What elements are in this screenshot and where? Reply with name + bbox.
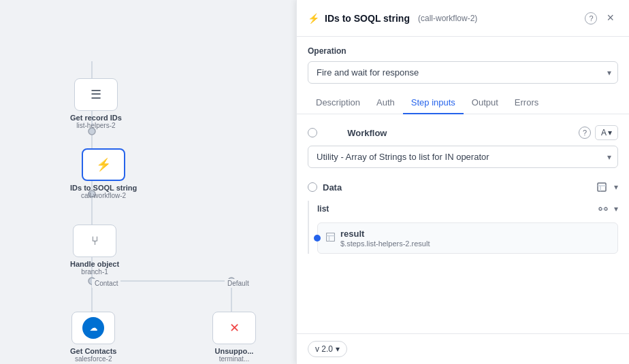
list-label-row: list ▾ <box>317 201 618 217</box>
operation-select-wrapper: Fire and wait for response Fire and forg… <box>308 61 618 84</box>
node-label-branch-1: Handle object <box>70 260 119 268</box>
salesforce-icon: ☁ <box>82 317 104 339</box>
node-box-call-workflow-2[interactable]: ⚡ <box>82 148 125 181</box>
result-path: $.steps.list-helpers-2.result <box>340 239 609 248</box>
node-sublabel-call-workflow-2: call-workflow-2 <box>81 192 126 199</box>
data-table-icon-btn[interactable] <box>594 179 610 195</box>
version-badge[interactable]: v 2.0 ▾ <box>308 341 347 357</box>
version-bar: v 2.0 ▾ <box>297 333 629 364</box>
node-box-list-helpers-2[interactable]: ☰ <box>74 78 118 111</box>
workflow-label: Workflow <box>347 128 387 138</box>
operation-select[interactable]: Fire and wait for response Fire and forg… <box>308 61 618 84</box>
bolt-title-icon: ⚡ <box>308 13 319 24</box>
tab-output[interactable]: Output <box>464 92 506 114</box>
data-section: Data ▾ list <box>308 179 618 254</box>
node-label-terminate: Unsuppo... <box>215 347 254 355</box>
connect-icon <box>598 204 608 214</box>
svg-point-17 <box>599 208 602 210</box>
workflow-dropdown: Utility - Array of Strings to list for I… <box>308 146 618 168</box>
node-label-call-workflow-2: IDs to SOQL string <box>70 184 137 192</box>
result-table-icon <box>326 233 335 244</box>
x-icon: ✕ <box>229 320 240 335</box>
node-sublabel-branch-1: branch-1 <box>81 268 108 276</box>
workflow-font-btn[interactable]: A ▾ <box>595 125 618 140</box>
branch-icon: ⑂ <box>91 234 99 248</box>
version-label: v 2.0 <box>315 344 333 354</box>
workflow-select-wrapper: Utility - Array of Strings to list for I… <box>308 146 618 168</box>
step-inputs-content: Data Workflow ? A ▾ Utility - Array of S… <box>297 114 629 333</box>
flow-canvas: ☰ Get record IDs list-helpers-2 ⚡ IDs to… <box>0 0 296 364</box>
panel-header: ⚡ IDs to SOQL string (call-workflow-2) ?… <box>297 0 629 37</box>
tabs-bar: Description Auth Step inputs Output Erro… <box>297 92 629 114</box>
node-sublabel-salesforce-2: salesforce-2 <box>75 355 112 363</box>
list-actions: ▾ <box>595 201 618 217</box>
help-icon[interactable]: ? <box>585 12 597 24</box>
list-connect-icon-btn[interactable] <box>595 201 611 217</box>
node-box-terminate[interactable]: ✕ <box>212 312 256 344</box>
data-radio[interactable] <box>308 182 317 192</box>
tab-auth[interactable]: Auth <box>368 92 403 114</box>
font-a-label: A <box>601 128 607 137</box>
node-salesforce-2[interactable]: ☁ Get Contacts salesforce-2 <box>70 312 116 363</box>
panel-title: IDs to SOQL string <box>325 13 410 24</box>
node-branch-1[interactable]: ⑂ Handle object branch-1 <box>70 225 119 276</box>
table-icon <box>597 182 607 192</box>
node-list-helpers-2[interactable]: ☰ Get record IDs list-helpers-2 <box>70 78 122 129</box>
svg-point-18 <box>604 208 607 210</box>
data-section-header: Data ▾ <box>308 179 618 195</box>
node-label-list-helpers-2: Get record IDs <box>70 114 122 122</box>
operation-label: Operation <box>308 46 618 56</box>
panel-subtitle: (call-workflow-2) <box>418 14 477 23</box>
operation-section: Operation Fire and wait for response Fir… <box>297 37 629 84</box>
close-button[interactable]: × <box>602 10 618 27</box>
result-item[interactable]: result $.steps.list-helpers-2.result <box>317 222 618 254</box>
svg-rect-20 <box>327 233 335 242</box>
workflow-select[interactable]: Utility - Array of Strings to list for I… <box>308 146 618 168</box>
list-dropdown-arrow-icon: ▾ <box>614 204 618 214</box>
data-dropdown-arrow-icon: ▾ <box>614 182 618 192</box>
list-icon: ☰ <box>91 87 101 102</box>
branch-label-contact: Contact <box>92 279 120 288</box>
list-label: list <box>317 204 329 214</box>
svg-rect-14 <box>598 183 606 191</box>
workflow-dropdown-arrow-icon: ▾ <box>608 128 612 137</box>
branch-label-default: Default <box>225 279 252 288</box>
node-box-salesforce-2[interactable]: ☁ <box>71 312 115 344</box>
node-call-workflow-2[interactable]: ⚡ IDs to SOQL string call-workflow-2 <box>70 148 137 199</box>
data-section-left: Data <box>308 182 342 193</box>
tab-description[interactable]: Description <box>308 92 368 114</box>
node-label-salesforce-2: Get Contacts <box>70 347 116 355</box>
bolt-icon: ⚡ <box>96 157 111 172</box>
flow-lines <box>0 0 296 364</box>
detail-panel: ⚡ IDs to SOQL string (call-workflow-2) ?… <box>296 0 629 364</box>
list-section: list ▾ <box>308 201 618 254</box>
data-actions: ▾ <box>594 179 618 195</box>
workflow-help-icon[interactable]: ? <box>579 127 591 139</box>
panel-title-area: ⚡ IDs to SOQL string (call-workflow-2) <box>308 13 477 24</box>
workflow-section-left: Data Workflow <box>308 128 387 138</box>
workflow-radio[interactable] <box>308 128 317 137</box>
result-content: result $.steps.list-helpers-2.result <box>340 229 609 248</box>
data-section-title: Data <box>323 182 342 193</box>
tab-step-inputs[interactable]: Step inputs <box>403 92 464 114</box>
node-sublabel-terminate: terminat... <box>219 355 249 363</box>
version-dropdown-arrow-icon: ▾ <box>336 344 340 354</box>
result-name: result <box>340 229 609 239</box>
node-sublabel-list-helpers-2: list-helpers-2 <box>76 122 115 129</box>
tab-errors[interactable]: Errors <box>506 92 547 114</box>
result-connector-dot <box>314 235 321 242</box>
workflow-actions: ? A ▾ <box>579 125 618 140</box>
node-terminate[interactable]: ✕ Unsuppo... terminat... <box>212 312 256 363</box>
workflow-section-header: Data Workflow ? A ▾ <box>308 125 618 140</box>
node-box-branch-1[interactable]: ⑂ <box>73 225 116 257</box>
